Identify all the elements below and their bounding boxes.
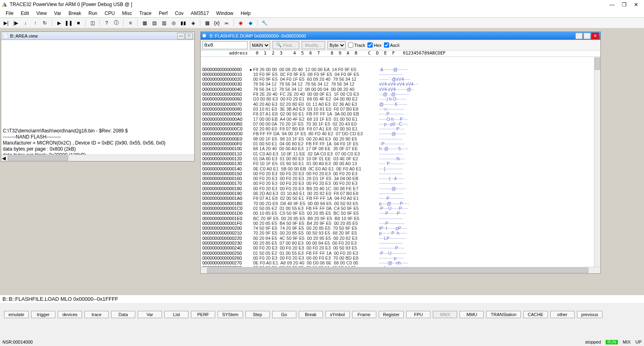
help-icon[interactable]: ? [103,19,110,27]
area-view-title-bar[interactable]: 📄 B::AREA.view — □ [1,32,194,40]
btn-break[interactable]: Break [299,311,323,318]
dump-row[interactable]: 00000000000001F0 00 20 85 E5 B4 50 9F E5… [202,221,599,226]
dump-row[interactable]: 0000000000000140 0E C0 A0 E1 5B 00 00 EB… [202,166,599,171]
dump-row[interactable]: 0000000000000120 01 0A 80 E3 01 00 80 E3… [202,156,599,161]
btn-translation[interactable]: TRANSlation [486,311,521,318]
dump-max-button[interactable]: □ [583,33,591,39]
menu-perf[interactable]: Perf [155,10,171,17]
btn-fpu[interactable]: FPU [406,311,430,318]
menu-window[interactable]: Window [213,10,237,17]
dump-row[interactable]: 00000000000001A0 F8 07 A1 E8 02 00 50 E1… [202,196,599,201]
tag-icon[interactable]: ◈ [189,19,197,27]
dump-row[interactable]: 0000000000000020 00 F0 9F E5 04 F0 1F E5… [202,77,599,82]
dump-v-scroll[interactable] [594,57,600,267]
dump-row[interactable]: 0000000000000180 00 F0 20 E3 00 F0 20 E3… [202,186,599,191]
area-min-button[interactable]: — [177,33,185,39]
dump-row[interactable]: 0000000000000000▸F8 26 00 00 00 08 20 40… [202,67,599,72]
dump-width-select[interactable]: Byte [327,41,346,49]
menu-am3517[interactable]: AM3517 [188,10,212,17]
dump-row[interactable]: 0000000000000200 74 50 9F E5 74 20 9F E5… [202,226,599,231]
dump-h-scroll[interactable] [201,267,600,273]
menu-var[interactable]: Var [51,10,65,17]
cycle-icon[interactable]: ↻ [41,19,48,27]
menu-file[interactable]: File [2,10,17,17]
dump-row[interactable]: 00000000000000D0 FB FF FF DA 94 00 1F E5… [202,131,599,136]
dump-body[interactable]: 0000000000000000▸F8 26 00 00 00 08 20 40… [201,57,600,267]
dump-row[interactable]: 0000000000000040 78 56 34 12 78 56 34 12… [202,87,599,92]
block-icon[interactable]: ▩ [203,19,211,27]
dump-title-bar[interactable]: ⬢ B::FLASHFILE.DUMP 0x00000000--0x000200… [201,32,600,40]
dump-row[interactable]: 00000000000000E0 98 00 1F E5 98 10 1F E5… [202,136,599,141]
dump-row[interactable]: 0000000000000220 00 20 84 E5 4C 50 9F E5… [202,236,599,241]
target-icon[interactable]: ◎ [170,19,177,27]
menu-edit[interactable]: Edit [17,10,32,17]
dump-row[interactable]: 0000000000000070 40 20 A0 E3 02 20 80 E0… [202,102,599,107]
dump-row[interactable]: 0000000000000150 00 F0 20 E3 00 F0 20 E3… [202,171,599,176]
help2-icon[interactable]: ⓘ [113,19,120,27]
dump-mode-select[interactable]: MAIN [250,41,270,49]
dump-row[interactable]: 0000000000000250 01 50 05 E2 01 00 55 E3… [202,251,599,256]
btn-previous[interactable]: previous [577,311,603,318]
var-icon[interactable]: {x} [213,19,220,27]
cube-red-icon[interactable]: ◉ [237,19,244,27]
btn-step[interactable]: Step [245,311,270,318]
dump-close-button[interactable]: ✕ [592,33,599,39]
chart-icon[interactable]: ◫ [89,19,96,27]
menu-run[interactable]: Run [85,10,101,17]
dump-row[interactable]: 0000000000000270 0E F0 A0 E1 A8 09 20 40… [202,260,599,265]
find-button[interactable]: 🔍 Find... [273,41,299,49]
dump-row[interactable]: 0000000000000080 03 10 81 E0 3E 3B A0 E3… [202,107,599,111]
btn-devices[interactable]: devices [58,311,82,318]
btn-frame[interactable]: Frame [352,311,376,318]
menu-cov[interactable]: Cov [172,10,187,17]
list-icon[interactable]: ≡ [127,19,134,27]
dump-row[interactable]: 00000000000000B0 07 00 00 0A 70 20 1F E5… [202,122,599,126]
dump-row[interactable]: 00000000000000F0 01 00 50 E1 04 00 80 E2… [202,141,599,146]
menu-cpu[interactable]: CPU [101,10,118,17]
bars-icon[interactable]: ▮▮ [180,19,187,27]
btn-go[interactable]: Go [272,311,296,318]
grid1-icon[interactable]: ▦ [141,19,148,27]
btn-emulate[interactable]: emulate [4,311,29,318]
dump-row[interactable]: 0000000000000130 F0 10 1F E5 01 60 50 E1… [202,161,599,166]
dump-row[interactable]: 0000000000000110 01 C0 A0 E3 10 0F 11 EE… [202,151,599,156]
btn-trigger[interactable]: trigger [31,311,55,318]
modify-button[interactable]: Modify... [302,41,325,49]
menu-break[interactable]: Break [65,10,84,17]
dump-row[interactable]: 0000000000000060 D3 00 80 E3 00 F0 29 E1… [202,96,599,101]
dump-row[interactable]: 00000000000001B0 70 00 2D E9 D8 40 9F E5… [202,201,599,206]
pause-icon[interactable]: ❚❚ [65,19,72,27]
btn-var[interactable]: Var [138,311,162,318]
dump-row[interactable]: 0000000000000170 00 F0 20 E3 00 F0 20 E3… [202,181,599,186]
btn-cache[interactable]: CACHE [523,311,548,318]
menu-trace[interactable]: Trace [136,10,155,17]
ascii-checkbox[interactable]: Ascii [384,42,399,48]
minimize-button[interactable]: — [609,2,615,8]
btn-data[interactable]: Data [111,311,135,318]
dump-row[interactable]: 00000000000001C0 01 50 05 E2 01 00 55 E3… [202,206,599,211]
dump-row[interactable]: 00000000000000A0 17 00 00 EB A4 00 4F E2… [202,117,599,122]
grid3-icon[interactable]: ▥ [160,19,168,27]
step-over-icon[interactable]: ▶| [2,19,10,27]
dump-row[interactable]: 00000000000001E0 BC 20 9F E5 00 20 85 E5… [202,216,599,221]
track-checkbox[interactable]: Track [348,42,365,48]
stop-icon[interactable]: ■ [75,19,82,27]
menu-misc[interactable]: Misc [119,10,135,17]
btn-mmu[interactable]: MMU [459,311,484,318]
grid2-icon[interactable]: ▤ [151,19,158,27]
down-icon[interactable]: ↓ [22,19,29,27]
dump-row[interactable]: 0000000000000190 06 2D A0 E3 01 10 A0 E1… [202,191,599,196]
dump-row[interactable]: 00000000000001D0 00 10 85 E5 C0 50 9F E5… [202,211,599,216]
hex-checkbox[interactable]: Hex [367,42,382,48]
menu-help[interactable]: Help [237,10,254,17]
btn-register[interactable]: Register [379,311,404,318]
run-icon[interactable]: ▶ [55,19,63,27]
dump-address-input[interactable] [202,41,248,49]
dump-row[interactable]: 0000000000000160 00 F0 20 E3 00 F0 20 E3… [202,176,599,181]
dump-row[interactable]: 0000000000000210 70 20 9F E5 00 20 85 E5… [202,231,599,235]
maximize-button[interactable]: ❐ [622,2,627,8]
dump-row[interactable]: 0000000000000090 F8 07 A1 E8 02 00 50 E1… [202,111,599,116]
cube-blue-icon[interactable]: ◆ [247,19,254,27]
btn-mmx[interactable]: MMX [433,311,457,318]
up-icon[interactable]: ↑ [31,19,39,27]
